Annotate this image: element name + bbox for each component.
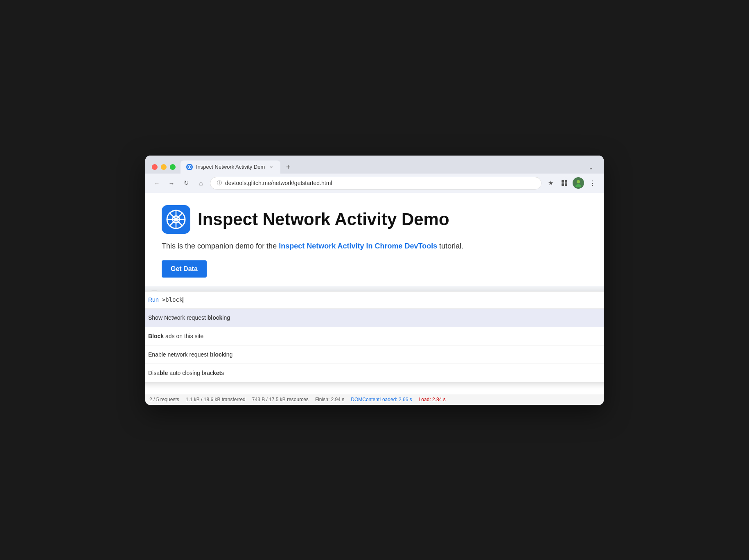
new-tab-button[interactable]: + bbox=[282, 161, 294, 174]
command-input-value: >block bbox=[162, 296, 183, 303]
description-link[interactable]: Inspect Network Activity In Chrome DevTo… bbox=[279, 242, 439, 250]
status-load: Load: 2.84 s bbox=[419, 397, 446, 402]
command-result-disable-brackets[interactable]: Disable auto closing brackets Sources bbox=[145, 364, 604, 382]
address-security-icon: ⓘ bbox=[217, 180, 222, 187]
command-result-enable-blocking[interactable]: Enable network request blocking Network bbox=[145, 345, 604, 364]
minimize-traffic-light[interactable] bbox=[161, 164, 167, 170]
result-text-1: Show Network request blocking bbox=[148, 314, 604, 321]
command-bar: Run >block Show Network request blocking… bbox=[145, 291, 604, 382]
svg-point-8 bbox=[577, 180, 580, 183]
command-results: Show Network request blocking Drawer Blo… bbox=[145, 309, 604, 382]
nav-actions: ★ ⋮ bbox=[545, 177, 598, 189]
browser-window: Inspect Network Activity Dem × + ⌄ ← → ↻… bbox=[145, 156, 604, 405]
status-resources: 743 B / 17.5 kB resources bbox=[252, 397, 309, 402]
reload-button[interactable]: ↻ bbox=[180, 177, 192, 189]
status-finish: Finish: 2.94 s bbox=[315, 397, 344, 402]
page-content: Inspect Network Activity Demo This is th… bbox=[145, 193, 604, 286]
command-result-block-ads[interactable]: Block ads on this site Network bbox=[145, 327, 604, 345]
command-input-text: >block bbox=[162, 296, 184, 303]
address-bar[interactable]: ⓘ devtools.glitch.me/network/getstarted.… bbox=[210, 177, 541, 190]
command-result-show-blocking[interactable]: Show Network request blocking Drawer bbox=[145, 309, 604, 327]
active-tab[interactable]: Inspect Network Activity Dem × bbox=[180, 160, 280, 174]
get-data-button[interactable]: Get Data bbox=[162, 260, 207, 278]
description-prefix: This is the companion demo for the bbox=[162, 242, 279, 250]
page-description: This is the companion demo for the Inspe… bbox=[162, 242, 587, 251]
network-toolbar: ⏺ Run >block bbox=[145, 303, 604, 318]
status-requests: 2 / 5 requests bbox=[149, 397, 179, 402]
tab-favicon bbox=[186, 164, 193, 170]
status-dom-loaded: DOMContentLoaded: 2.66 s bbox=[351, 397, 412, 402]
command-bar-input[interactable]: Run >block bbox=[145, 291, 604, 309]
page-header: Inspect Network Activity Demo bbox=[162, 205, 587, 234]
result-text-3: Enable network request blocking bbox=[148, 351, 604, 358]
tab-close-button[interactable]: × bbox=[268, 164, 275, 170]
maximize-traffic-light[interactable] bbox=[170, 164, 176, 170]
svg-rect-6 bbox=[562, 183, 564, 186]
result-text-2: Block ads on this site bbox=[148, 333, 604, 339]
tab-dropdown-button[interactable]: ⌄ bbox=[585, 161, 597, 174]
text-cursor bbox=[183, 297, 183, 303]
traffic-lights bbox=[152, 164, 176, 170]
profile-button[interactable] bbox=[573, 177, 584, 189]
svg-rect-7 bbox=[565, 183, 567, 186]
bookmark-button[interactable]: ★ bbox=[545, 177, 556, 189]
status-bar: 2 / 5 requests 1.1 kB / 18.6 kB transfer… bbox=[145, 394, 604, 405]
nav-bar: ← → ↻ ⌂ ⓘ devtools.glitch.me/network/get… bbox=[145, 174, 604, 193]
forward-button[interactable]: → bbox=[166, 177, 177, 189]
page-title: Inspect Network Activity Demo bbox=[198, 210, 449, 229]
svg-rect-4 bbox=[562, 180, 564, 183]
back-button[interactable]: ← bbox=[151, 177, 162, 189]
status-transferred: 1.1 kB / 18.6 kB transferred bbox=[186, 397, 246, 402]
tabs-area: Inspect Network Activity Dem × + ⌄ bbox=[180, 160, 597, 174]
result-text-4: Disable auto closing brackets bbox=[148, 370, 604, 376]
description-suffix: tutorial. bbox=[439, 242, 463, 250]
svg-rect-5 bbox=[565, 180, 567, 183]
address-text: devtools.glitch.me/network/getstarted.ht… bbox=[225, 180, 535, 186]
chrome-menu-button[interactable]: ⋮ bbox=[587, 177, 598, 189]
svg-point-9 bbox=[575, 184, 581, 187]
chrome-logo bbox=[162, 205, 190, 234]
extensions-button[interactable] bbox=[559, 177, 570, 189]
tab-title: Inspect Network Activity Dem bbox=[196, 164, 265, 170]
close-traffic-light[interactable] bbox=[152, 164, 158, 170]
home-button[interactable]: ⌂ bbox=[195, 177, 207, 189]
run-label: Run bbox=[148, 296, 159, 303]
devtools-panel: Network Console Elements Sources Perform… bbox=[145, 286, 604, 405]
title-bar: Inspect Network Activity Dem × + ⌄ bbox=[145, 156, 604, 174]
